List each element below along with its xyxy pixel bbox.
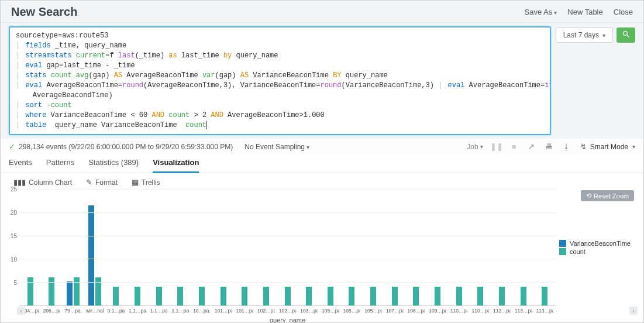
bar-pair[interactable]: wir…nal.: [86, 189, 104, 305]
bar-pair[interactable]: 113…pa.: [536, 189, 553, 305]
x-tick-label: 10…pa.: [193, 308, 211, 314]
time-range-picker[interactable]: Last 7 days: [556, 28, 613, 43]
download-icon[interactable]: ⭳: [563, 142, 571, 151]
bar-pair[interactable]: 0.1…pa.: [108, 189, 125, 305]
bar-pair[interactable]: 1.1…pa.: [129, 189, 146, 305]
tab-statistics[interactable]: Statistics (389): [88, 158, 139, 173]
x-tick-label: 102…pa.: [257, 308, 275, 314]
bar-pair[interactable]: 1.1…pa.: [171, 189, 189, 305]
bar-variance[interactable]: [67, 281, 73, 305]
bar-pair[interactable]: 105…pa.: [343, 189, 361, 305]
bar-pair[interactable]: 102…pa.: [257, 189, 275, 305]
bar-pair[interactable]: 109…pa.: [429, 189, 446, 305]
bar-pair[interactable]: 101…pa.: [236, 189, 253, 305]
bar-pair[interactable]: 112…pa.: [493, 189, 511, 305]
bar-count[interactable]: [285, 287, 291, 305]
format-button[interactable]: ✎ Format: [86, 178, 118, 187]
bar-pair[interactable]: 104…pa.: [22, 189, 39, 305]
bar-count[interactable]: [521, 287, 526, 305]
viz-toolbar: ▮▮▮ Column Chart ✎ Format ▦ Trellis: [1, 173, 643, 189]
bar-pair[interactable]: 206…pa.: [43, 189, 61, 305]
check-icon: ✓: [9, 142, 15, 151]
plot-area[interactable]: 104…pa.206…pa.79…pa.wir…nal.0.1…pa.1.1…p…: [19, 189, 556, 306]
bar-count[interactable]: [113, 287, 119, 305]
bar-count[interactable]: [177, 287, 183, 305]
bar-pair[interactable]: 108…pa.: [408, 189, 425, 305]
status-bar: ✓ 298,134 events (9/22/20 6:00:00.000 PM…: [1, 139, 643, 153]
x-tick-label: 1.1…pa.: [129, 308, 146, 314]
bar-variance[interactable]: [88, 205, 94, 305]
trellis-button[interactable]: ▦ Trellis: [132, 178, 160, 187]
grid-icon: ▦: [132, 178, 139, 187]
bar-pair[interactable]: 110…pa.: [471, 189, 489, 305]
share-icon[interactable]: ↗: [528, 142, 536, 151]
bar-pair[interactable]: 79…pa.: [64, 189, 82, 305]
tab-events[interactable]: Events: [9, 158, 32, 173]
bar-count[interactable]: [156, 287, 162, 305]
new-table-button[interactable]: New Table: [567, 8, 602, 16]
bar-pair[interactable]: 105…pa.: [364, 189, 382, 305]
bar-count[interactable]: [435, 287, 440, 305]
chart-type-picker[interactable]: ▮▮▮ Column Chart: [13, 178, 72, 187]
bar-count[interactable]: [221, 287, 226, 305]
x-tick-label: 101…pa.: [236, 308, 253, 314]
x-tick-label: wir…nal.: [86, 308, 104, 314]
x-tick-label: 110…pa.: [471, 308, 489, 314]
bar-count[interactable]: [199, 287, 205, 305]
bar-pair[interactable]: 10…pa.: [193, 189, 211, 305]
page-right-button[interactable]: ›: [629, 307, 638, 315]
search-button[interactable]: [617, 28, 635, 43]
search-row: sourcetype=aws:route53| fields _time, qu…: [1, 23, 643, 139]
stop-icon[interactable]: ■: [510, 142, 518, 151]
x-tick-label: 206…pa.: [43, 308, 61, 314]
bar-pair[interactable]: 110…pa.: [450, 189, 468, 305]
job-menu[interactable]: Job: [467, 143, 483, 151]
smart-mode-dropdown[interactable]: Smart Mode: [580, 142, 635, 151]
y-tick: 5: [6, 280, 17, 286]
search-input[interactable]: sourcetype=aws:route53| fields _time, qu…: [9, 26, 551, 135]
tab-patterns[interactable]: Patterns: [46, 158, 74, 173]
result-tabs: Events Patterns Statistics (389) Visuali…: [1, 153, 643, 173]
x-tick-label: 1.1…pa.: [171, 308, 189, 314]
bar-count[interactable]: [328, 287, 333, 305]
bar-pair[interactable]: 103…pa.: [300, 189, 318, 305]
bar-count[interactable]: [392, 287, 398, 305]
x-tick-label: 113…pa.: [515, 308, 532, 314]
tab-visualization[interactable]: Visualization: [153, 158, 199, 173]
bar-pair[interactable]: 113…pa.: [515, 189, 532, 305]
print-icon[interactable]: 🖶: [545, 142, 553, 151]
pencil-icon: ✎: [86, 178, 92, 187]
x-tick-label: 105…pa.: [322, 308, 339, 314]
bar-pair[interactable]: 1.1…pa.: [150, 189, 168, 305]
bar-count[interactable]: [263, 287, 269, 305]
page-left-button[interactable]: ‹: [17, 307, 25, 315]
header-actions: Save As New Table Close: [525, 8, 633, 16]
bar-count[interactable]: [499, 287, 505, 305]
close-button[interactable]: Close: [614, 8, 633, 16]
bar-pair[interactable]: 102…pa.: [279, 189, 297, 305]
pause-icon[interactable]: ❚❚: [493, 142, 501, 151]
bar-count[interactable]: [456, 287, 462, 305]
bar-count[interactable]: [370, 287, 376, 305]
x-tick-label: 101…pa.: [215, 308, 232, 314]
bar-count[interactable]: [413, 287, 419, 305]
bar-pair[interactable]: 107…pa.: [386, 189, 404, 305]
event-sampling-dropdown[interactable]: No Event Sampling: [244, 143, 309, 151]
bar-count[interactable]: [349, 287, 354, 305]
bar-pair[interactable]: 105…pa.: [322, 189, 339, 305]
bar-count[interactable]: [542, 287, 547, 305]
bar-count[interactable]: [135, 287, 140, 305]
x-tick-label: 108…pa.: [408, 308, 425, 314]
y-tick: 25: [6, 186, 17, 193]
save-as-button[interactable]: Save As: [525, 8, 557, 16]
page-title: New Search: [11, 5, 77, 19]
bar-count[interactable]: [306, 287, 312, 305]
bar-count[interactable]: [242, 287, 247, 305]
chart-legend: VarianceBeaconTime count: [559, 239, 638, 256]
x-axis-title: query_name: [19, 317, 556, 323]
x-tick-label: 109…pa.: [429, 308, 446, 314]
bar-pair[interactable]: 101…pa.: [215, 189, 232, 305]
y-axis: 510152025: [6, 189, 19, 306]
bar-count[interactable]: [477, 287, 483, 305]
x-tick-label: 107…pa.: [386, 308, 404, 314]
